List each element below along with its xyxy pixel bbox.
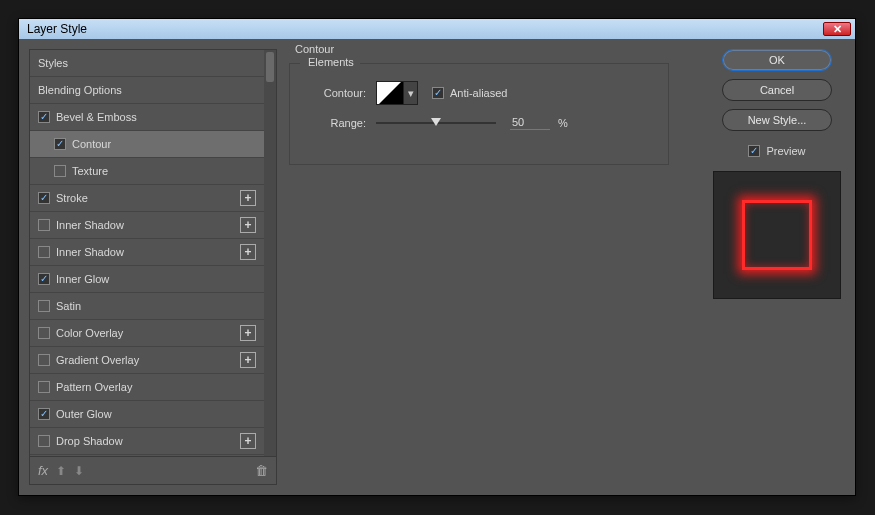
style-item-label: Inner Shadow bbox=[56, 246, 124, 258]
checkbox-icon[interactable] bbox=[38, 246, 50, 258]
preview-label: Preview bbox=[766, 145, 805, 157]
right-panel: OK Cancel New Style... Preview bbox=[709, 49, 845, 485]
style-item[interactable]: Inner Glow bbox=[30, 266, 264, 293]
add-effect-icon[interactable]: + bbox=[240, 352, 256, 368]
styles-scroll: StylesBlending OptionsBevel & EmbossCont… bbox=[30, 50, 264, 456]
checkbox-icon bbox=[432, 87, 444, 99]
style-item[interactable]: Drop Shadow+ bbox=[30, 428, 264, 455]
style-item[interactable]: Pattern Overlay bbox=[30, 374, 264, 401]
slider-thumb[interactable] bbox=[431, 118, 441, 126]
style-item-label: Gradient Overlay bbox=[56, 354, 139, 366]
style-item[interactable]: Styles bbox=[30, 50, 264, 77]
style-item-label: Satin bbox=[56, 300, 81, 312]
cancel-button[interactable]: Cancel bbox=[722, 79, 832, 101]
style-item-label: Bevel & Emboss bbox=[56, 111, 137, 123]
style-item[interactable]: Texture bbox=[30, 158, 264, 185]
close-icon: ✕ bbox=[833, 24, 842, 35]
style-item-label: Outer Glow bbox=[56, 408, 112, 420]
add-effect-icon[interactable]: + bbox=[240, 244, 256, 260]
style-item-label: Texture bbox=[72, 165, 108, 177]
range-input[interactable] bbox=[510, 115, 550, 130]
contour-row: Contour: ▾ Anti-aliased bbox=[306, 81, 652, 105]
add-effect-icon[interactable]: + bbox=[240, 325, 256, 341]
style-item[interactable]: Outer Glow bbox=[30, 401, 264, 428]
range-unit: % bbox=[558, 117, 568, 129]
style-item-label: Pattern Overlay bbox=[56, 381, 132, 393]
layer-style-dialog: Layer Style ✕ StylesBlending OptionsBeve… bbox=[18, 18, 856, 496]
dialog-body: StylesBlending OptionsBevel & EmbossCont… bbox=[19, 39, 855, 495]
style-item-label: Inner Glow bbox=[56, 273, 109, 285]
checkbox-icon[interactable] bbox=[54, 138, 66, 150]
anti-aliased-label: Anti-aliased bbox=[450, 87, 507, 99]
checkbox-icon[interactable] bbox=[38, 273, 50, 285]
style-item-label: Contour bbox=[72, 138, 111, 150]
titlebar[interactable]: Layer Style ✕ bbox=[19, 19, 855, 39]
anti-aliased-checkbox[interactable]: Anti-aliased bbox=[432, 87, 507, 99]
style-item-label: Stroke bbox=[56, 192, 88, 204]
styles-scrollbar[interactable] bbox=[264, 50, 276, 456]
add-effect-icon[interactable]: + bbox=[240, 433, 256, 449]
style-item-label: Styles bbox=[38, 57, 68, 69]
styles-bottom-bar: fx ⬆ ⬇ 🗑 bbox=[29, 457, 277, 485]
move-up-icon[interactable]: ⬆ bbox=[56, 464, 66, 478]
fx-label: fx bbox=[38, 463, 48, 478]
contour-dropdown[interactable]: ▾ bbox=[404, 81, 418, 105]
group-label: Elements bbox=[304, 56, 358, 68]
chevron-down-icon: ▾ bbox=[408, 87, 414, 100]
styles-sidebar: StylesBlending OptionsBevel & EmbossCont… bbox=[29, 49, 277, 485]
style-item[interactable]: Inner Shadow+ bbox=[30, 212, 264, 239]
contour-thumbnail[interactable] bbox=[376, 81, 404, 105]
checkbox-icon[interactable] bbox=[38, 435, 50, 447]
preview-swatch bbox=[742, 200, 812, 270]
styles-list: StylesBlending OptionsBevel & EmbossCont… bbox=[29, 49, 277, 457]
style-item-label: Drop Shadow bbox=[56, 435, 123, 447]
style-item[interactable]: Color Overlay+ bbox=[30, 320, 264, 347]
checkbox-icon[interactable] bbox=[54, 165, 66, 177]
checkbox-icon[interactable] bbox=[38, 327, 50, 339]
checkbox-icon[interactable] bbox=[38, 219, 50, 231]
checkbox-icon bbox=[748, 145, 760, 157]
style-item-label: Blending Options bbox=[38, 84, 122, 96]
elements-group: Elements Contour: ▾ Anti-aliased Ra bbox=[289, 63, 669, 165]
checkbox-icon[interactable] bbox=[38, 300, 50, 312]
checkbox-icon[interactable] bbox=[38, 111, 50, 123]
add-effect-icon[interactable]: + bbox=[240, 217, 256, 233]
range-slider[interactable] bbox=[376, 116, 496, 130]
style-item-label: Inner Shadow bbox=[56, 219, 124, 231]
move-down-icon[interactable]: ⬇ bbox=[74, 464, 84, 478]
style-item-label: Color Overlay bbox=[56, 327, 123, 339]
settings-panel: Contour Elements Contour: ▾ Anti-aliased bbox=[289, 49, 697, 485]
style-item[interactable]: Bevel & Emboss bbox=[30, 104, 264, 131]
style-item[interactable]: Gradient Overlay+ bbox=[30, 347, 264, 374]
section-heading: Contour bbox=[295, 43, 334, 55]
style-item[interactable]: Contour bbox=[30, 131, 264, 158]
style-item[interactable]: Stroke+ bbox=[30, 185, 264, 212]
style-item[interactable]: Blending Options bbox=[30, 77, 264, 104]
range-label: Range: bbox=[306, 117, 366, 129]
add-effect-icon[interactable]: + bbox=[240, 190, 256, 206]
checkbox-icon[interactable] bbox=[38, 408, 50, 420]
range-row: Range: % bbox=[306, 115, 652, 130]
ok-button[interactable]: OK bbox=[722, 49, 832, 71]
checkbox-icon[interactable] bbox=[38, 354, 50, 366]
close-button[interactable]: ✕ bbox=[823, 22, 851, 36]
window-title: Layer Style bbox=[27, 22, 823, 36]
trash-icon[interactable]: 🗑 bbox=[255, 463, 268, 478]
style-item[interactable]: Satin bbox=[30, 293, 264, 320]
preview-checkbox[interactable]: Preview bbox=[748, 145, 805, 157]
new-style-button[interactable]: New Style... bbox=[722, 109, 832, 131]
scrollbar-thumb[interactable] bbox=[266, 52, 274, 82]
contour-label: Contour: bbox=[306, 87, 366, 99]
style-item[interactable]: Inner Shadow+ bbox=[30, 239, 264, 266]
checkbox-icon[interactable] bbox=[38, 192, 50, 204]
checkbox-icon[interactable] bbox=[38, 381, 50, 393]
preview-box bbox=[713, 171, 841, 299]
